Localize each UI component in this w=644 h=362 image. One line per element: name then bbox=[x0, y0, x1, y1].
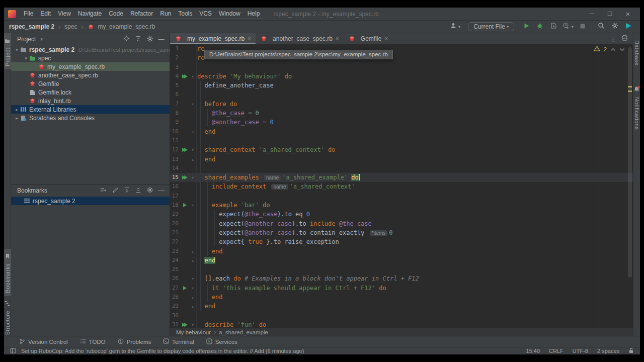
menu-view[interactable]: View bbox=[54, 9, 74, 19]
tool-window-button-problems[interactable]: Problems bbox=[118, 338, 151, 345]
close-tab-icon[interactable] bbox=[384, 35, 388, 42]
search-everywhere-button[interactable] bbox=[597, 22, 606, 32]
expand-chevron-icon[interactable]: ▾ bbox=[23, 56, 29, 61]
fold-marker-icon[interactable]: ▵ bbox=[189, 302, 196, 311]
locate-file-icon[interactable] bbox=[122, 35, 131, 43]
line-number[interactable]: 17 bbox=[170, 192, 180, 201]
line-number[interactable]: 27 bbox=[170, 284, 180, 293]
tool-stripe-notifications[interactable]: Notifications bbox=[633, 82, 640, 133]
gear-icon[interactable] bbox=[145, 35, 154, 43]
tool-stripe-bookmarks[interactable]: Bookmarks bbox=[4, 249, 11, 296]
line-number[interactable]: 9 bbox=[170, 118, 180, 127]
fold-marker-icon[interactable]: ▵ bbox=[189, 247, 196, 256]
tree-item-scratches-and-consoles[interactable]: ▸Scratches and Consoles bbox=[11, 114, 170, 122]
code-editor[interactable]: D:\JetBrains\Test projects\rspec_sample … bbox=[170, 44, 633, 328]
collapse-all-icon[interactable] bbox=[134, 35, 142, 43]
expand-all-icon[interactable] bbox=[134, 187, 142, 195]
user-account-icon[interactable] bbox=[450, 22, 461, 32]
fold-marker-icon[interactable]: ▿ bbox=[189, 173, 196, 182]
line-number[interactable]: 5 bbox=[170, 81, 180, 90]
breadcrumb-shared-example[interactable]: a_shared_example bbox=[219, 329, 268, 335]
menu-tools[interactable]: Tools bbox=[175, 9, 196, 19]
stop-button[interactable] bbox=[578, 22, 587, 32]
fold-marker-icon[interactable]: ▵ bbox=[189, 293, 196, 302]
line-separator[interactable]: CRLF bbox=[549, 348, 564, 354]
settings-button[interactable] bbox=[610, 22, 619, 32]
line-number[interactable]: 2 bbox=[170, 53, 180, 62]
fold-marker-icon[interactable]: ▿ bbox=[189, 274, 196, 283]
status-message[interactable]: Set up RuboCop: Add the 'rubocop' gem to… bbox=[21, 348, 304, 354]
close-tab-icon[interactable] bbox=[248, 35, 251, 42]
close-tab-icon[interactable] bbox=[336, 35, 339, 42]
fold-marker-icon[interactable]: ▿ bbox=[189, 201, 196, 210]
caret-position[interactable]: 15:40 bbox=[526, 348, 540, 354]
profiler-button[interactable] bbox=[562, 22, 574, 32]
prev-problem-icon[interactable] bbox=[610, 46, 616, 52]
fold-marker-icon[interactable]: ▿ bbox=[189, 284, 196, 293]
hide-panel-icon[interactable]: — bbox=[157, 187, 166, 195]
expand-chevron-icon[interactable]: ▸ bbox=[14, 116, 20, 121]
line-number[interactable]: 7 bbox=[170, 100, 180, 109]
line-number[interactable]: 6 bbox=[170, 90, 180, 99]
run-gutter-icon[interactable] bbox=[180, 173, 189, 182]
project-view-select[interactable]: Project bbox=[17, 36, 36, 43]
line-number[interactable]: 20 bbox=[170, 219, 180, 228]
tree-item-spec[interactable]: ▾spec bbox=[11, 54, 170, 62]
tab-Gemfile[interactable]: Gemfile bbox=[344, 33, 392, 44]
menu-edit[interactable]: Edit bbox=[37, 9, 54, 19]
minimize-button[interactable] bbox=[589, 10, 595, 18]
gear-icon[interactable] bbox=[145, 187, 154, 195]
tree-item-rspec-sample-2[interactable]: ▾rspec_sample 2D:\JetBrains\Test project… bbox=[11, 45, 170, 54]
fold-marker-icon[interactable]: ▿ bbox=[189, 72, 196, 81]
breadcrumb-describe[interactable]: My behaviour bbox=[176, 329, 211, 335]
bookmark-item-rspec-sample-2[interactable]: rspec_sample 2 bbox=[11, 197, 170, 205]
tree-item-gemfile[interactable]: Gemfile bbox=[11, 79, 170, 88]
run-gutter-icon[interactable] bbox=[180, 201, 189, 210]
warning-stripe-mark[interactable] bbox=[628, 90, 632, 92]
fold-marker-icon[interactable]: ▵ bbox=[189, 155, 196, 164]
tab-another_case_spec.rb[interactable]: another_case_spec.rb bbox=[256, 33, 344, 44]
inspections-widget[interactable]: 2 bbox=[594, 46, 625, 52]
database-icon[interactable] bbox=[621, 34, 628, 43]
tool-window-button-version-control[interactable]: Version Control bbox=[19, 338, 68, 345]
tool-window-button-services[interactable]: Services bbox=[206, 338, 237, 345]
run-gutter-icon[interactable] bbox=[180, 320, 189, 328]
breadcrumb-project[interactable]: rspec_sample 2 bbox=[9, 23, 54, 30]
line-number[interactable]: 31 bbox=[170, 320, 180, 328]
tool-stripe-structure[interactable]: Structure bbox=[4, 296, 11, 336]
maximize-button[interactable] bbox=[607, 10, 613, 18]
editor-scrollbar[interactable] bbox=[628, 47, 632, 278]
line-number[interactable]: 11 bbox=[170, 136, 180, 145]
tree-item-external-libraries[interactable]: ▸External Libraries bbox=[11, 105, 170, 114]
menu-help[interactable]: Help bbox=[244, 9, 264, 19]
tab-my_example_spec.rb[interactable]: my_example_spec.rb bbox=[170, 33, 256, 44]
line-number[interactable]: 30 bbox=[170, 311, 180, 320]
fold-marker-icon[interactable]: ▵ bbox=[189, 256, 196, 265]
expand-chevron-icon[interactable]: ▸ bbox=[14, 107, 20, 112]
menu-vcs[interactable]: VCS bbox=[196, 9, 215, 19]
line-number[interactable]: 13 bbox=[170, 155, 180, 164]
tool-stripe-database[interactable]: Database bbox=[633, 37, 640, 68]
lock-icon[interactable] bbox=[628, 347, 634, 354]
line-number[interactable]: 15 bbox=[170, 173, 180, 182]
collapse-all-icon[interactable] bbox=[122, 187, 131, 195]
line-number[interactable]: 24 bbox=[170, 256, 180, 265]
close-button[interactable] bbox=[625, 10, 631, 18]
line-number[interactable]: 26 bbox=[170, 274, 180, 283]
line-number[interactable]: 29 bbox=[170, 302, 180, 311]
menu-window[interactable]: Window bbox=[215, 9, 244, 19]
indent-setting[interactable]: 2 spaces bbox=[597, 348, 619, 354]
line-number[interactable]: 18 bbox=[170, 201, 180, 210]
run-button[interactable] bbox=[522, 22, 531, 32]
line-number[interactable]: 22 bbox=[170, 237, 180, 246]
line-number[interactable]: 28 bbox=[170, 293, 180, 302]
line-number[interactable]: 8 bbox=[170, 109, 180, 118]
tool-window-button-terminal[interactable]: Terminal bbox=[163, 338, 194, 345]
line-number[interactable]: 12 bbox=[170, 145, 180, 154]
warning-stripe-mark[interactable] bbox=[628, 86, 632, 87]
line-number[interactable]: 14 bbox=[170, 164, 180, 173]
menu-run[interactable]: Run bbox=[156, 9, 175, 19]
run-gutter-icon[interactable] bbox=[180, 145, 189, 154]
line-number[interactable]: 21 bbox=[170, 228, 180, 237]
debug-button[interactable] bbox=[535, 22, 544, 32]
